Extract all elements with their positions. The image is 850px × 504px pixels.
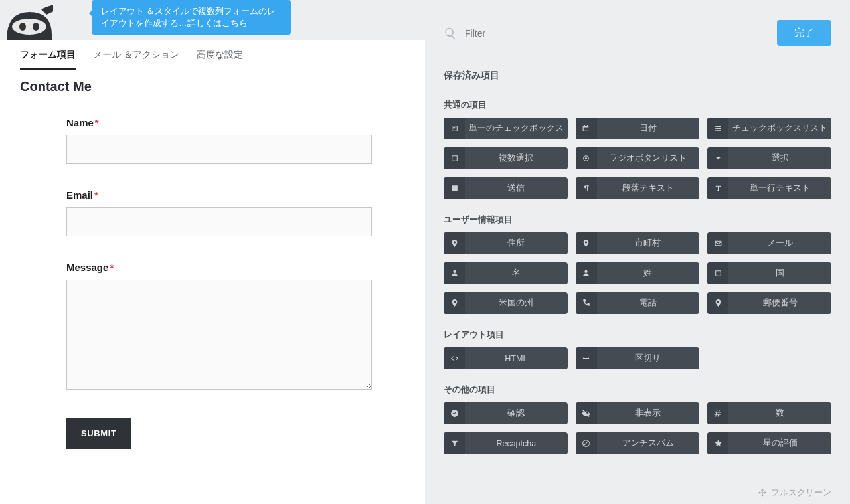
label-email-text: Email — [66, 189, 93, 201]
code-icon — [444, 347, 465, 369]
check-square-icon — [444, 118, 465, 139]
label-email: Email* — [66, 189, 377, 201]
svg-point-1 — [19, 23, 26, 31]
field-type-layout-1[interactable]: 区切り — [576, 347, 700, 369]
pin-icon — [444, 232, 465, 254]
field-type-misc-5[interactable]: 星の評価 — [707, 432, 831, 454]
pin-icon — [444, 292, 465, 314]
field-type-user-4[interactable]: 姓 — [576, 262, 700, 284]
field-type-label: チェックボックスリスト — [728, 118, 831, 139]
fullscreen-toggle[interactable]: フルスクリーン — [758, 487, 831, 499]
user-icon — [576, 262, 597, 284]
field-type-label: 住所 — [465, 232, 568, 254]
field-type-layout-0[interactable]: HTML — [444, 347, 568, 369]
field-type-misc-4[interactable]: アンチスパム — [576, 432, 700, 454]
field-type-user-0[interactable]: 住所 — [444, 232, 568, 254]
field-type-user-2[interactable]: メール — [707, 232, 831, 254]
field-type-common-1[interactable]: 日付 — [576, 118, 700, 139]
field-type-label: 市町村 — [597, 232, 700, 254]
chevron-down-icon — [707, 147, 728, 169]
field-type-label: 米国の州 — [465, 292, 568, 314]
field-type-misc-3[interactable]: Recaptcha — [444, 432, 568, 454]
field-type-label: 姓 — [597, 262, 700, 284]
fullscreen-label: フルスクリーン — [771, 487, 831, 499]
tab-advanced[interactable]: 高度な設定 — [197, 49, 243, 70]
field-type-common-5[interactable]: 選択 — [707, 147, 831, 169]
field-type-common-0[interactable]: 単一のチェックボックス — [444, 118, 568, 139]
hash-icon — [707, 402, 728, 424]
tab-emails[interactable]: メール ＆アクション — [93, 49, 179, 70]
field-type-user-7[interactable]: 電話 — [576, 292, 700, 314]
filter-icon — [444, 432, 465, 454]
field-type-common-2[interactable]: チェックボックスリスト — [707, 118, 831, 139]
field-type-common-3[interactable]: 複数選択 — [444, 147, 568, 169]
field-type-label: 送信 — [465, 177, 568, 199]
field-type-label: HTML — [465, 347, 568, 369]
star-icon — [707, 432, 728, 454]
field-type-label: Recaptcha — [465, 432, 568, 454]
mail-icon — [707, 232, 728, 254]
field-type-label: 区切り — [597, 347, 700, 369]
field-type-label: 日付 — [597, 118, 700, 139]
field-message[interactable]: Message* — [66, 262, 377, 392]
required-star: * — [94, 189, 98, 201]
input-email[interactable] — [66, 207, 372, 236]
field-name[interactable]: Name* — [66, 117, 377, 164]
right-pane: 完了 保存済み項目 共通の項目 単一のチェックボックス日付チェックボックスリスト… — [425, 0, 850, 504]
ban-icon — [576, 432, 597, 454]
field-type-user-6[interactable]: 米国の州 — [444, 292, 568, 314]
field-type-label: 確認 — [465, 402, 568, 424]
field-type-user-3[interactable]: 名 — [444, 262, 568, 284]
filter-input[interactable] — [465, 28, 769, 39]
input-name[interactable] — [66, 135, 372, 164]
input-message[interactable] — [66, 280, 372, 390]
field-type-label: アンチスパム — [597, 432, 700, 454]
field-type-user-8[interactable]: 郵便番号 — [707, 292, 831, 314]
tip-text: レイアウト ＆スタイルで複数列フォームのレイアウトを作成する…詳しくはこちら — [101, 7, 276, 28]
field-type-label: メール — [728, 232, 831, 254]
field-type-user-1[interactable]: 市町村 — [576, 232, 700, 254]
phone-icon — [576, 292, 597, 314]
tabs: フォーム項目 メール ＆アクション 高度な設定 — [0, 40, 425, 70]
required-star: * — [95, 117, 99, 128]
field-type-user-5[interactable]: 国 — [707, 262, 831, 284]
label-name-text: Name — [66, 117, 94, 128]
label-name: Name* — [66, 117, 377, 128]
submit-button[interactable]: SUBMIT — [66, 418, 131, 449]
field-type-label: 非表示 — [597, 402, 700, 424]
label-message-text: Message — [66, 262, 108, 273]
pin-icon — [576, 232, 597, 254]
field-type-label: 段落テキスト — [597, 177, 700, 199]
field-email[interactable]: Email* — [66, 189, 377, 236]
section-misc: その他の項目 — [444, 384, 831, 396]
tab-fields[interactable]: フォーム項目 — [20, 49, 76, 70]
field-type-misc-2[interactable]: 数 — [707, 402, 831, 424]
field-type-common-4[interactable]: ラジオボタンリスト — [576, 147, 700, 169]
target-icon — [576, 147, 597, 169]
field-type-misc-1[interactable]: 非表示 — [576, 402, 700, 424]
tip-bubble[interactable]: レイアウト ＆スタイルで複数列フォームのレイアウトを作成する…詳しくはこちら — [92, 0, 291, 35]
square-icon — [444, 147, 465, 169]
square-filled-icon — [444, 177, 465, 199]
done-button[interactable]: 完了 — [777, 20, 831, 46]
form-title: Contact Me — [0, 70, 425, 98]
field-type-common-8[interactable]: 単一行テキスト — [707, 177, 831, 199]
field-type-common-7[interactable]: 段落テキスト — [576, 177, 700, 199]
square-icon — [707, 262, 728, 284]
grid-misc: 確認非表示数Recaptchaアンチスパム星の評価 — [444, 402, 831, 454]
svg-point-2 — [33, 23, 39, 31]
fullscreen-icon — [758, 488, 767, 497]
form-preview: Name* Email* Message* SUBMIT — [0, 98, 425, 462]
field-type-misc-0[interactable]: 確認 — [444, 402, 568, 424]
calendar-icon — [576, 118, 597, 139]
check-circle-icon — [444, 402, 465, 424]
grid-user: 住所市町村メール名姓国米国の州電話郵便番号 — [444, 232, 831, 314]
field-type-label: 選択 — [728, 147, 831, 169]
required-star: * — [110, 262, 114, 273]
grid-layout: HTML区切り — [444, 347, 831, 369]
right-top: 完了 — [444, 20, 831, 46]
field-type-common-6[interactable]: 送信 — [444, 177, 568, 199]
section-layout: レイアウト項目 — [444, 329, 831, 341]
field-type-label: 単一行テキスト — [728, 177, 831, 199]
field-type-label: 星の評価 — [728, 432, 831, 454]
